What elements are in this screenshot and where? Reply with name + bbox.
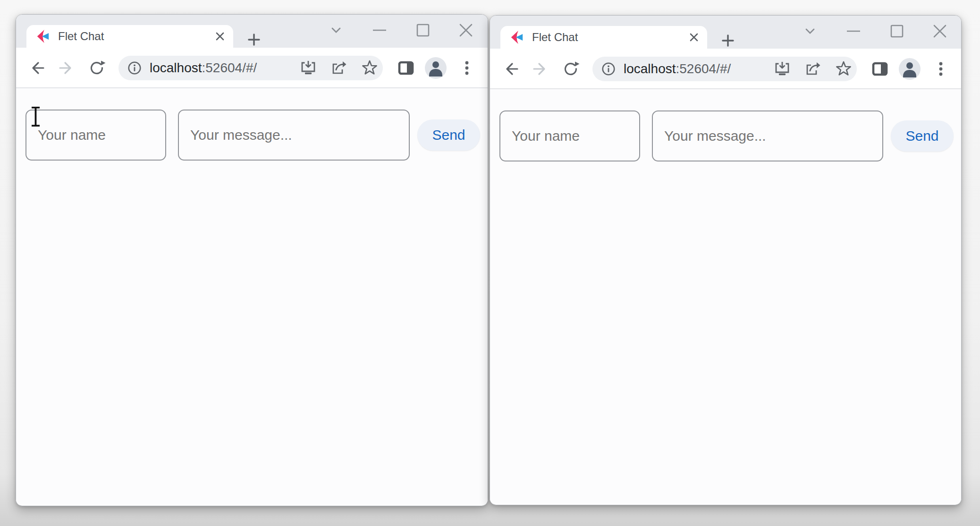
- browser-toolbar: localhost:52604/#/: [16, 48, 488, 88]
- site-info-icon[interactable]: [127, 60, 142, 76]
- send-button[interactable]: Send: [891, 120, 954, 152]
- close-button[interactable]: [458, 22, 474, 38]
- maximize-button[interactable]: [415, 22, 431, 38]
- chat-page: Send: [490, 89, 961, 504]
- back-icon[interactable]: [28, 59, 45, 76]
- install-app-icon[interactable]: [300, 59, 317, 76]
- minimize-button[interactable]: [372, 22, 388, 38]
- tab-strip: Flet Chat: [490, 16, 961, 49]
- site-info-icon[interactable]: [601, 61, 616, 76]
- browser-toolbar: localhost:52604/#/: [490, 49, 961, 89]
- share-icon[interactable]: [804, 60, 821, 77]
- tab-strip: Flet Chat: [16, 15, 488, 48]
- tab-title: Flet Chat: [532, 31, 688, 44]
- browser-window-1: Flet Chat: [16, 14, 488, 506]
- more-menu-icon[interactable]: [932, 60, 949, 77]
- new-tab-button[interactable]: [246, 32, 262, 48]
- profile-avatar[interactable]: [425, 57, 447, 79]
- forward-icon[interactable]: [58, 59, 75, 76]
- browser-tab[interactable]: Flet Chat: [26, 25, 233, 48]
- name-input[interactable]: [499, 110, 640, 161]
- reload-icon[interactable]: [563, 60, 580, 77]
- maximize-button[interactable]: [889, 23, 905, 39]
- tab-close-icon[interactable]: [688, 32, 700, 43]
- url-text[interactable]: localhost:52604/#/: [150, 60, 257, 76]
- url-path: :52604/#/: [676, 61, 731, 76]
- more-menu-icon[interactable]: [458, 59, 475, 76]
- flet-logo-icon: [510, 30, 524, 44]
- new-tab-button[interactable]: [720, 33, 736, 49]
- name-input[interactable]: [25, 110, 166, 161]
- install-app-icon[interactable]: [774, 60, 791, 77]
- profile-avatar[interactable]: [899, 58, 921, 80]
- minimize-button[interactable]: [845, 23, 862, 39]
- browser-window-2: Flet Chat: [490, 15, 962, 505]
- side-panel-icon[interactable]: [397, 59, 414, 76]
- url-host: localhost: [150, 60, 202, 75]
- close-button[interactable]: [932, 23, 948, 39]
- url-text[interactable]: localhost:52604/#/: [624, 61, 731, 76]
- back-icon[interactable]: [502, 60, 519, 77]
- tab-title: Flet Chat: [58, 30, 214, 43]
- url-host: localhost: [624, 61, 676, 76]
- chat-form: Send: [16, 88, 488, 161]
- tab-close-icon[interactable]: [214, 31, 226, 42]
- side-panel-icon[interactable]: [871, 60, 888, 77]
- share-icon[interactable]: [330, 59, 347, 76]
- message-input[interactable]: [178, 110, 410, 161]
- tab-search-chevron-icon[interactable]: [802, 23, 818, 39]
- tab-search-chevron-icon[interactable]: [328, 22, 344, 38]
- chat-form: Send: [490, 89, 961, 161]
- text-cursor-pointer: [30, 106, 42, 127]
- bookmark-star-icon[interactable]: [361, 59, 378, 76]
- url-path: :52604/#/: [202, 60, 257, 75]
- send-button[interactable]: Send: [417, 119, 480, 151]
- message-input[interactable]: [652, 110, 883, 161]
- forward-icon[interactable]: [532, 60, 549, 77]
- flet-logo-icon: [36, 29, 50, 43]
- browser-tab[interactable]: Flet Chat: [500, 26, 707, 49]
- bookmark-star-icon[interactable]: [835, 60, 852, 77]
- reload-icon[interactable]: [89, 59, 106, 76]
- chat-page: Send: [16, 88, 488, 505]
